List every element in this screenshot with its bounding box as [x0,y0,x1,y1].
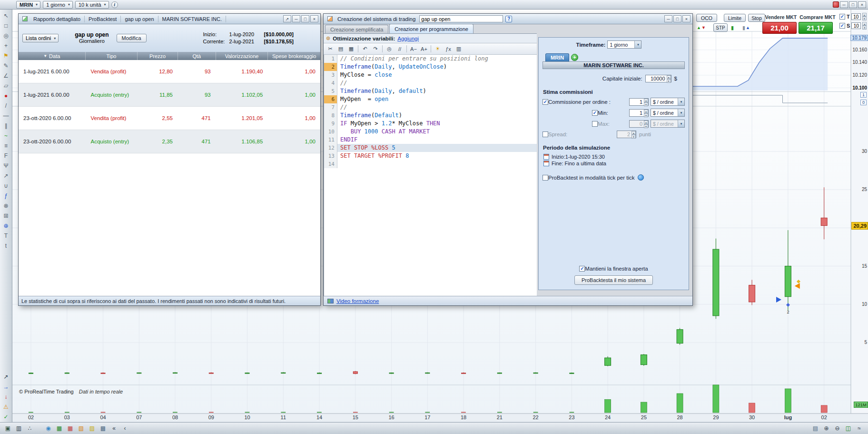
zoom-tool[interactable]: ◎ [1,31,11,40]
capital-input[interactable]: 10000 ▴▾ [645,75,671,82]
keep-open-checkbox[interactable]: ✓ [579,266,585,272]
collapse2-icon[interactable]: ‹ [120,424,130,433]
table-orange-icon[interactable]: ▧ [76,424,86,433]
instrument-tab[interactable]: MRIN [545,53,569,61]
target-value[interactable]: 10 [851,13,861,20]
max-checkbox[interactable] [592,121,598,127]
column-header-spese-brokeraggio[interactable]: Spese brokeraggio [267,52,320,60]
magnet-tool[interactable]: ∪ [1,181,11,191]
add-variable-link[interactable]: Aggiungi [397,36,419,41]
commission-input[interactable]: 1 ▴▾ [629,98,649,106]
min-input[interactable]: 1 ▴▾ [629,109,649,117]
redo-icon[interactable]: ↷ [371,44,380,53]
max-unit-select[interactable]: $ / ordine ▾ [651,120,685,128]
workspace-icon[interactable]: ▣ [3,424,13,433]
add-instrument-button[interactable]: + [571,54,578,61]
font-increase-icon[interactable]: A+ [419,44,429,53]
selection-tool[interactable]: □ [1,21,11,30]
arrow-right-tool[interactable]: → [1,382,11,392]
max-input[interactable]: 0 ▴▾ [629,120,649,128]
curve-tool[interactable]: ~ [1,131,11,141]
min-checkbox[interactable]: ✓ [592,110,598,116]
maximize-button[interactable]: □ [301,15,309,22]
copy-icon[interactable]: ▤ [336,44,345,53]
crosshair-tool[interactable]: + [1,41,11,50]
pencil-tool[interactable]: ✎ [1,61,11,71]
commission-checkbox[interactable]: ✓ [542,99,548,105]
mail-icon[interactable]: ▤ [810,424,820,433]
cut-icon[interactable]: ✂ [326,44,335,53]
run-backtest-button[interactable]: ProBacktesta il mio sistema [574,275,653,285]
search-icon[interactable]: ◎ [385,44,394,53]
close-app-button[interactable]: × [858,1,866,8]
limit-button[interactable]: Limite [724,14,746,22]
buy-market-button[interactable]: 21,17 [799,22,833,34]
font-decrease-icon[interactable]: A− [409,44,418,53]
order-row[interactable]: 1-lug-2021 6.00.00Acquisto (entry)11,859… [19,83,320,107]
arrow-down-tool[interactable]: ↓ [1,392,11,402]
edit-system-button[interactable]: Modifica [117,34,147,42]
calendar-icon[interactable] [543,161,549,166]
quantity-dropdown[interactable]: 10 k unità ▾ [75,1,109,9]
share-icon[interactable]: ↗ [283,15,291,22]
comment-icon[interactable]: // [395,44,404,53]
table-green-icon[interactable]: ▦ [54,424,64,433]
order-row[interactable]: 1-lug-2021 6.00.00Vendita (profit)12,809… [19,60,320,83]
order-row[interactable]: 23-ott-2020 6.00.00Vendita (profit)2,554… [19,107,320,130]
column-header-prezzo[interactable]: Prezzo [137,52,178,60]
text-tool[interactable]: T [1,231,11,241]
system-name-input[interactable] [419,15,503,22]
stop-spinner[interactable]: ▴▾ [862,22,867,30]
panel-timeframe-select[interactable]: 1 giorno ▾ [607,40,641,49]
spread-checkbox[interactable] [542,131,548,137]
collapse-icon[interactable]: « [109,424,119,433]
oco-button[interactable]: OCO [696,14,717,22]
tab-programming-creation[interactable]: Creazione per programmazione [389,24,473,33]
add-tool[interactable]: ⊕ [1,221,11,231]
target-checkbox[interactable]: ✓ [839,14,845,20]
maximize-app-button[interactable]: □ [849,1,857,8]
report-titlebar[interactable]: Rapporto dettagliatoProBacktestgap up op… [19,14,320,24]
video-training-link[interactable]: Video formazione [336,298,379,304]
sell-candle-icon[interactable]: ▮▲ [742,23,750,32]
insert-function-icon[interactable]: ƒx [444,44,453,53]
column-header-data[interactable]: ▼Data [19,52,85,60]
paste-icon[interactable]: ▦ [346,44,356,53]
trendline-tool[interactable]: / [1,101,11,111]
arrow-up-tool[interactable]: ↗ [1,372,11,382]
stop-checkbox[interactable]: ✓ [839,23,845,29]
column-header-qt-[interactable]: Qtà [178,52,216,60]
minimize-button[interactable]: ─ [292,15,300,22]
stop-button[interactable]: Stop [748,14,765,22]
screens-icon[interactable]: ▥ [14,424,24,433]
capital-spinner[interactable]: ▴▾ [667,75,671,82]
table-add-icon[interactable]: ▩ [98,424,108,433]
commission-unit-select[interactable]: $ / ordine ▾ [651,98,685,106]
arrow-ne-tool[interactable]: ↗ [1,171,11,181]
minimize-button[interactable]: ─ [664,15,672,22]
info-button[interactable]: i [111,1,118,8]
flag-tool[interactable]: ⚑ [1,51,11,61]
table-red-icon[interactable]: ▦ [65,424,75,433]
undo-icon[interactable]: ↶ [360,44,370,53]
calendar-icon[interactable] [543,154,549,160]
delete-tool[interactable]: ⊗ [1,201,11,211]
maximize-button[interactable]: □ [673,15,681,22]
zoom-in-icon[interactable]: ⊕ [821,424,831,433]
help-button[interactable]: ? [505,16,512,22]
record-tool[interactable]: ● [1,91,11,101]
validate-tool[interactable]: ✓ [1,412,11,422]
table-yellow-icon[interactable]: ▨ [87,424,97,433]
segment-tool[interactable]: — [1,111,11,121]
order-row[interactable]: 23-ott-2020 6.00.00Acquisto (entry)2,354… [19,130,320,153]
oco-arrows-icon[interactable]: ▲▼ [697,23,706,32]
lightbulb-icon[interactable]: ☀ [433,44,443,53]
function-tool[interactable]: ƒ [1,191,11,201]
eraser-tool[interactable]: ▱ [1,81,11,91]
spread-input[interactable]: 2 ▴▾ [617,131,636,138]
line-chart-icon[interactable]: ≈ [854,424,864,433]
code-editor[interactable]: 1// Condizioni per entrare su posizioni … [324,55,537,296]
stop-value[interactable]: 10 [851,22,861,29]
target-spinner[interactable]: ▴▾ [862,13,867,20]
cursor-tool[interactable]: ↖ [1,11,11,20]
